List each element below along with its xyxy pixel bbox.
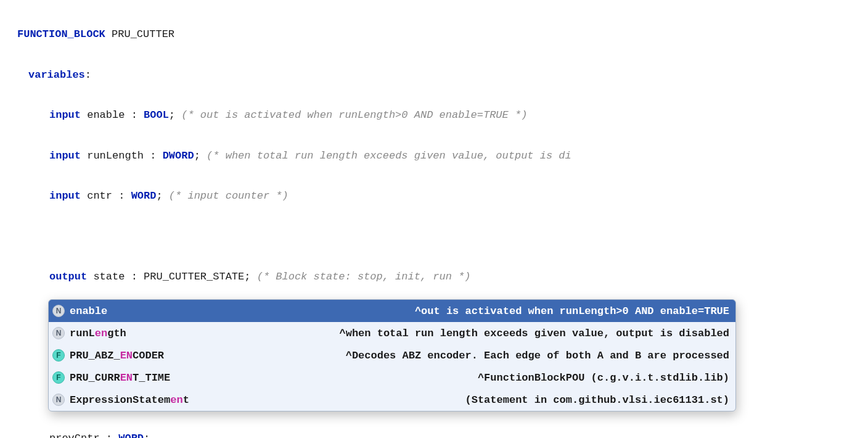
node-icon: N	[52, 327, 65, 339]
completion-item[interactable]: Nenable^out is activated when runLength>…	[49, 300, 735, 322]
code-line: output state : PRU_CUTTER_STATE; (* Bloc…	[49, 267, 868, 287]
code-line: input enable : BOOL; (* out is activated…	[49, 105, 868, 126]
completion-name: runLength	[70, 328, 126, 339]
completion-hint: ^when total run length exceeds given val…	[339, 328, 729, 339]
completion-hint: ^FunctionBlockPOU (c.g.v.i.t.stdlib.lib)	[478, 373, 729, 383]
code-line: variables:	[28, 65, 868, 86]
node-icon: N	[52, 394, 65, 406]
function-icon: F	[52, 349, 65, 362]
completion-name: enable	[70, 306, 107, 316]
completion-name: PRU_CURRENT_TIME	[70, 373, 170, 383]
completion-hint: ^Decodes ABZ encoder. Each edge of both …	[346, 350, 729, 361]
code-line	[17, 227, 868, 247]
completion-item[interactable]: FPRU_ABZ_ENCODER^Decodes ABZ encoder. Ea…	[49, 344, 735, 366]
completion-item[interactable]: NrunLength^when total run length exceeds…	[49, 322, 735, 344]
code-line: input runLength : DWORD; (* when total r…	[49, 146, 868, 167]
code-line: FUNCTION_BLOCK PRU_CUTTER	[17, 25, 868, 45]
completion-hint: ^out is activated when runLength>0 AND e…	[415, 306, 729, 316]
completion-hint: (Statement in com.github.vlsi.iec61131.s…	[465, 395, 729, 405]
function-icon: F	[52, 371, 65, 384]
completion-name: PRU_ABZ_ENCODER	[70, 350, 164, 361]
completion-name: ExpressionStatement	[70, 395, 189, 405]
completion-item[interactable]: FPRU_CURRENT_TIME^FunctionBlockPOU (c.g.…	[49, 366, 735, 389]
code-line: prevCntr : WORD;	[49, 429, 868, 438]
node-icon: N	[52, 305, 65, 317]
completion-item[interactable]: NExpressionStatement(Statement in com.gi…	[49, 389, 735, 411]
autocomplete-popup[interactable]: Nenable^out is activated when runLength>…	[48, 299, 736, 411]
code-line: input cntr : WORD; (* input counter *)	[49, 186, 868, 207]
